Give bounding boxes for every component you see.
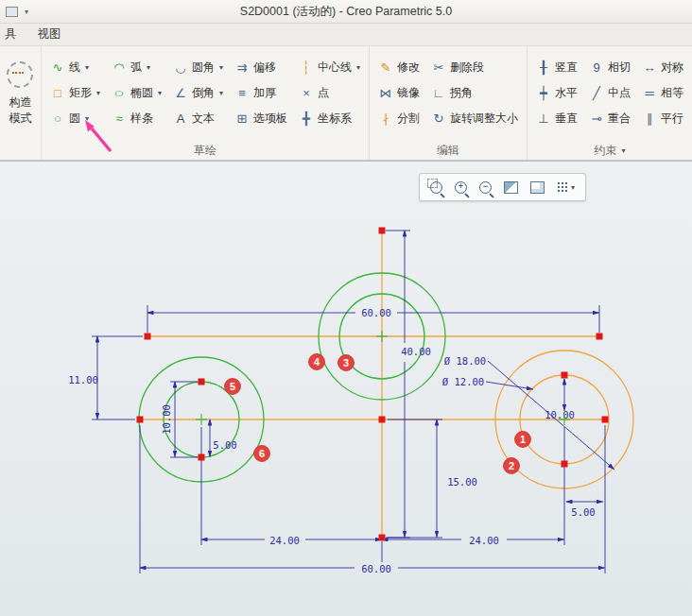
vertex-handle[interactable] (199, 379, 205, 385)
spline-icon: ≈ (112, 112, 127, 125)
vertex-handle[interactable] (379, 228, 386, 234)
centerline-icon: ┆ (299, 61, 314, 74)
dimension-value[interactable]: 5.00 (571, 506, 595, 518)
group-label-sketch: 草绘 (44, 142, 366, 160)
display-style-icon (530, 181, 545, 194)
vertex-handle[interactable] (379, 417, 386, 423)
dimension-value[interactable]: 24.00 (469, 535, 499, 546)
line-button[interactable]: ∿线▾ (44, 55, 106, 80)
arc-button[interactable]: ◠弧▾ (106, 55, 167, 80)
zoom-window-button[interactable] (428, 178, 444, 197)
vertex-handle[interactable] (562, 461, 568, 468)
fillet-button[interactable]: ◡圆角▾ (167, 55, 229, 80)
svg-text:4: 4 (314, 356, 320, 368)
fillet-icon: ◡ (173, 61, 188, 74)
titlebar-caret-icon[interactable]: ▾ (25, 8, 28, 16)
button-label: 中心线 (318, 60, 352, 76)
dropdown-caret-icon: ▾ (147, 63, 150, 72)
circle-icon: ○ (50, 112, 65, 125)
datum-display-button[interactable]: ▾ (555, 178, 577, 197)
vertex-handle[interactable] (199, 454, 205, 461)
zoom-in-button[interactable]: + (453, 178, 469, 197)
equal-constraint-icon: ═ (642, 87, 657, 99)
window-icon[interactable] (6, 7, 18, 17)
button-label: 旋转调整大小 (450, 111, 518, 127)
display-style-button[interactable] (528, 178, 546, 197)
coincident-constraint-button[interactable]: ⊸重合 (583, 106, 636, 131)
refit-button[interactable] (502, 178, 520, 197)
offset-button[interactable]: ⇉偏移 (229, 55, 293, 80)
ribbon-group-sketch: ∿线▾□矩形▾○圆▾◠弧▾○椭圆▾≈样条◡圆角▾∠倒角▾A文本⇉偏移≡加厚⊞选项… (42, 46, 369, 160)
chamfer-button[interactable]: ∠倒角▾ (167, 80, 229, 106)
button-label: 点 (318, 85, 329, 101)
equal-constraint-button[interactable]: ═相等 (636, 80, 689, 106)
horizontal-constraint-button[interactable]: ┿水平 (530, 80, 583, 106)
dimension-value[interactable]: 5.00 (213, 439, 236, 451)
delete-segment-button[interactable]: ✂删除段 (425, 55, 524, 80)
perpendicular-constraint-button[interactable]: ⊥垂直 (530, 106, 583, 131)
dimension-value[interactable]: 10.00 (161, 404, 172, 435)
sketch-drawing[interactable]: 60.0040.0011.00Ø 18.00Ø 12.0010.0015.002… (0, 162, 692, 616)
svg-text:1: 1 (520, 434, 526, 445)
dimension-value[interactable]: 10.00 (545, 409, 575, 420)
dimension-value[interactable]: 15.00 (447, 476, 477, 488)
ellipse-button[interactable]: ○椭圆▾ (106, 80, 167, 106)
magnifier-icon: + (455, 181, 467, 194)
centerline-button[interactable]: ┆中心线▾ (293, 55, 366, 80)
modify-icon: ✎ (378, 61, 393, 74)
thicken-button[interactable]: ≡加厚 (229, 80, 293, 106)
tab-tools[interactable]: 具 (0, 24, 26, 46)
group-label-text: 草绘 (194, 143, 216, 159)
dimension-value[interactable]: 60.00 (361, 563, 391, 574)
rotate-resize-button[interactable]: ↻旋转调整大小 (425, 106, 524, 131)
palette-button[interactable]: ⊞选项板 (229, 106, 293, 131)
construction-mode-icon (7, 61, 33, 88)
zoom-out-button[interactable]: − (477, 178, 493, 197)
button-label: 弧 (130, 60, 142, 76)
divide-button[interactable]: ∤分割 (372, 106, 425, 131)
corner-icon: ∟ (431, 87, 446, 99)
tangent-constraint-button[interactable]: 9相切 (583, 55, 636, 80)
leader-line[interactable] (486, 382, 533, 389)
vertical-constraint-icon: ╂ (536, 61, 551, 74)
svg-text:5: 5 (230, 381, 235, 392)
parallel-constraint-button[interactable]: ∥平行 (636, 106, 689, 131)
csys-button[interactable]: ╋坐标系 (293, 106, 366, 131)
vertex-handle[interactable] (379, 535, 386, 541)
dimension-value[interactable]: 24.00 (269, 535, 300, 546)
sketch-canvas[interactable]: 60.0040.0011.00Ø 18.00Ø 12.0010.0015.002… (0, 161, 692, 616)
button-label: 分割 (397, 111, 420, 127)
circle-button[interactable]: ○圆▾ (44, 106, 106, 131)
step-badge-5: 5 (225, 379, 241, 395)
tab-view[interactable]: 视图 (26, 24, 74, 46)
vertex-handle[interactable] (145, 334, 151, 340)
button-label: 圆角 (192, 60, 215, 76)
ribbon-group-editing: ✎修改⋈镜像∤分割✂删除段∟拐角↻旋转调整大小编辑 (369, 46, 527, 160)
construction-mode-button[interactable]: 构造模式 (0, 46, 42, 160)
rectangle-button[interactable]: □矩形▾ (44, 80, 106, 106)
midpoint-constraint-icon: ╱ (589, 87, 604, 99)
mirror-icon: ⋈ (378, 87, 393, 99)
symmetric-constraint-button[interactable]: ↔对称 (636, 55, 689, 80)
vertex-handle[interactable] (137, 417, 144, 423)
midpoint-constraint-button[interactable]: ╱中点 (583, 80, 636, 106)
vertex-handle[interactable] (597, 334, 603, 340)
modify-button[interactable]: ✎修改 (372, 55, 425, 80)
spline-button[interactable]: ≈样条 (106, 106, 167, 131)
text-button[interactable]: A文本 (167, 106, 229, 131)
perpendicular-constraint-icon: ⊥ (536, 112, 551, 125)
mirror-button[interactable]: ⋈镜像 (372, 80, 425, 106)
dimension-value[interactable]: Ø 12.00 (442, 376, 484, 387)
point-button[interactable]: ×点 (293, 80, 366, 106)
corner-button[interactable]: ∟拐角 (425, 80, 524, 106)
dimension-value[interactable]: 40.00 (401, 346, 431, 357)
button-label: 镜像 (397, 85, 420, 101)
vertical-constraint-button[interactable]: ╂竖直 (530, 55, 583, 80)
dimension-value[interactable]: 11.00 (68, 374, 98, 385)
vertex-handle[interactable] (562, 372, 568, 379)
button-label: 竖直 (555, 60, 578, 76)
vertex-handle[interactable] (602, 417, 609, 423)
dropdown-caret-icon: ▾ (85, 114, 89, 123)
dimension-value[interactable]: 60.00 (361, 307, 391, 318)
dimension-value[interactable]: Ø 18.00 (444, 355, 486, 367)
